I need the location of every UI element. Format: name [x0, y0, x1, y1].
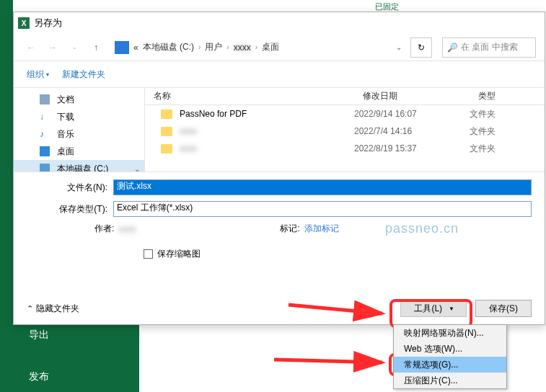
breadcrumb-sep-icon: › — [198, 43, 201, 51]
file-name: PassNeo for PDF — [180, 109, 247, 119]
file-type: 文件夹 — [470, 143, 545, 155]
file-row[interactable]: xxxx 2022/7/4 14:16 文件夹 — [145, 122, 545, 140]
hide-folders-toggle[interactable]: 隐藏文件夹 — [27, 303, 79, 315]
thumbnail-checkbox-label: 保存缩略图 — [157, 248, 201, 260]
file-date: 2022/7/4 14:16 — [354, 126, 470, 136]
sidebar-item-label: 本地磁盘 (C:) — [57, 163, 108, 172]
drive-icon — [40, 164, 50, 172]
save-as-dialog: X 另存为 ← → ⌄ ↑ « 本地磁盘 (C:) › 用户 › xxxx › … — [13, 12, 545, 325]
music-icon: ♪ — [40, 129, 50, 139]
column-date-header[interactable]: 修改日期 — [354, 90, 470, 102]
menu-general-options[interactable]: 常规选项(G)... — [394, 357, 506, 373]
tags-label: 标记: — [280, 223, 299, 235]
file-type: 文件夹 — [470, 108, 545, 120]
file-row[interactable]: xxxx 2022/8/19 15:37 文件夹 — [145, 140, 545, 157]
nav-history-dropdown[interactable]: ⌄ — [66, 37, 83, 58]
folder-tree[interactable]: 文档 ↓ 下载 ♪ 音乐 桌面 本地磁盘 (C:) ⌄ — [14, 88, 145, 172]
save-button[interactable]: 保存(S) — [475, 300, 532, 317]
folder-icon — [161, 144, 172, 153]
excel-menu-export[interactable]: 导出 — [13, 321, 139, 349]
breadcrumb-drive[interactable]: 本地磁盘 (C:) — [143, 41, 194, 53]
caret-up-icon — [27, 303, 33, 313]
explorer-toolbar: 组织▾ 新建文件夹 — [14, 61, 545, 87]
tools-dropdown-button[interactable]: 工具(L) ▼ — [400, 300, 467, 317]
file-date: 2022/9/14 16:07 — [354, 109, 470, 119]
tags-add-link[interactable]: 添加标记 — [304, 223, 339, 235]
sidebar-item-label: 下载 — [57, 111, 74, 123]
filename-label: 文件名(N): — [27, 182, 113, 194]
menu-web-options[interactable]: Web 选项(W)... — [394, 341, 506, 357]
dialog-titlebar: X 另存为 — [14, 12, 545, 34]
sidebar-item-documents[interactable]: 文档 — [14, 91, 144, 108]
sidebar-item-music[interactable]: ♪ 音乐 — [14, 125, 144, 143]
new-folder-button[interactable]: 新建文件夹 — [62, 68, 105, 81]
excel-menu-publish[interactable]: 发布 — [13, 363, 139, 391]
filetype-dropdown[interactable]: Excel 工作簿(*.xlsx) — [113, 201, 532, 217]
breadcrumb-sep-icon: › — [226, 43, 229, 51]
breadcrumb-dropdown-icon[interactable]: ⌄ — [396, 43, 402, 51]
folder-icon — [161, 127, 172, 136]
sidebar-item-label: 桌面 — [57, 146, 74, 158]
dialog-footer: 隐藏文件夹 工具(L) ▼ 保存(S) — [14, 300, 545, 317]
menu-map-network-drive[interactable]: 映射网络驱动器(N)... — [394, 325, 506, 341]
breadcrumb-users[interactable]: 用户 — [205, 41, 222, 53]
breadcrumb-overflow[interactable]: « — [133, 43, 138, 53]
search-icon: 🔍 — [447, 43, 458, 53]
search-input[interactable]: 🔍 在 桌面 中搜索 — [442, 37, 536, 58]
excel-sidebar-strip — [0, 0, 13, 392]
excel-backstage-menu: 导出 发布 — [13, 317, 139, 392]
explorer-navbar: ← → ⌄ ↑ « 本地磁盘 (C:) › 用户 › xxxx › 桌面 ⌄ ↻… — [14, 34, 545, 61]
download-icon: ↓ — [40, 112, 50, 122]
thumbnail-checkbox[interactable] — [144, 249, 153, 259]
sidebar-item-label: 音乐 — [57, 128, 74, 141]
sidebar-item-downloads[interactable]: ↓ 下载 — [14, 108, 144, 125]
save-form: 文件名(N): 测试.xlsx 保存类型(T): Excel 工作簿(*.xls… — [14, 172, 545, 264]
desktop-icon — [40, 146, 50, 156]
tools-dropdown-menu: 映射网络驱动器(N)... Web 选项(W)... 常规选项(G)... 压缩… — [393, 324, 507, 389]
file-list-header: 名称 修改日期 类型 — [145, 88, 545, 105]
nav-back-button[interactable]: ← — [22, 37, 40, 58]
sidebar-item-desktop[interactable]: 桌面 — [14, 143, 144, 160]
annotation-arrow — [274, 351, 397, 375]
column-name-header[interactable]: 名称 — [145, 90, 354, 102]
author-label: 作者: — [94, 223, 114, 235]
file-name: xxxx — [180, 126, 197, 136]
file-row[interactable]: PassNeo for PDF 2022/9/14 16:07 文件夹 — [145, 105, 545, 122]
nav-forward-button[interactable]: → — [44, 37, 61, 58]
filename-input[interactable]: 测试.xlsx — [113, 179, 532, 195]
file-name: xxxx — [180, 143, 197, 153]
breadcrumb-desktop[interactable]: 桌面 — [262, 41, 279, 53]
dialog-title: 另存为 — [34, 17, 62, 30]
breadcrumb-sep-icon: › — [255, 43, 257, 51]
chevron-down-icon: ⌄ — [134, 165, 140, 172]
excel-top-pinned-text: 已固定 — [375, 1, 399, 12]
column-type-header[interactable]: 类型 — [470, 90, 545, 102]
watermark-text: passneo.cn — [385, 221, 459, 236]
nav-up-button[interactable]: ↑ — [87, 37, 105, 58]
svg-line-1 — [274, 360, 382, 362]
drive-icon — [115, 41, 129, 54]
file-type: 文件夹 — [470, 125, 545, 138]
breadcrumb[interactable]: « 本地磁盘 (C:) › 用户 › xxxx › 桌面 — [133, 41, 392, 53]
excel-icon: X — [18, 17, 30, 29]
document-icon — [40, 94, 50, 104]
sidebar-item-label: 文档 — [57, 94, 74, 106]
folder-icon — [161, 110, 172, 119]
author-value[interactable]: xxxx — [118, 224, 136, 234]
filetype-label: 保存类型(T): — [27, 203, 113, 215]
chevron-down-icon: ▾ — [46, 71, 49, 78]
search-placeholder: 在 桌面 中搜索 — [461, 41, 518, 53]
dropdown-arrow-icon: ▼ — [449, 306, 454, 312]
organize-button[interactable]: 组织▾ — [27, 68, 49, 81]
refresh-button[interactable]: ↻ — [410, 37, 432, 58]
file-list[interactable]: 名称 修改日期 类型 PassNeo for PDF 2022/9/14 16:… — [145, 88, 545, 172]
menu-compress-images[interactable]: 压缩图片(C)... — [394, 373, 506, 388]
sidebar-item-drive-c[interactable]: 本地磁盘 (C:) ⌄ — [14, 160, 144, 172]
file-date: 2022/8/19 15:37 — [354, 143, 470, 153]
breadcrumb-username[interactable]: xxxx — [234, 43, 251, 53]
